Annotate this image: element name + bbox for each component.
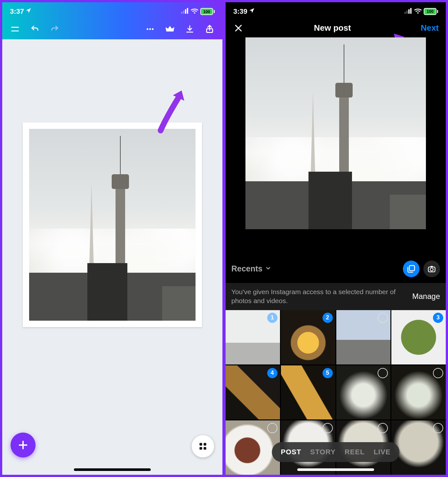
mode-reel[interactable]: REEL	[345, 448, 365, 456]
svg-rect-22	[409, 265, 414, 270]
svg-rect-0	[181, 12, 182, 14]
next-button[interactable]: Next	[421, 23, 439, 33]
svg-rect-12	[200, 443, 202, 446]
camera-button[interactable]	[423, 261, 440, 277]
photo-thumbnail[interactable]: 1	[226, 310, 280, 364]
pages-grid-button[interactable]	[192, 435, 214, 457]
svg-rect-15	[204, 447, 206, 450]
select-multiple-button[interactable]	[403, 261, 420, 277]
svg-rect-1	[183, 11, 184, 14]
selection-badge	[323, 423, 333, 433]
album-dropdown[interactable]: Recents	[231, 264, 271, 273]
svg-rect-19	[410, 8, 412, 14]
selection-badge	[267, 423, 277, 433]
comparison-container: 3:37 100	[0, 0, 448, 477]
selection-badge: 5	[323, 368, 333, 378]
close-button[interactable]	[233, 22, 244, 34]
photo-thumbnail[interactable]: 5	[281, 365, 335, 420]
mode-post[interactable]: POST	[281, 448, 301, 456]
selection-badge: 1	[267, 313, 277, 323]
chevron-down-icon	[265, 264, 271, 273]
selection-badge: 2	[323, 313, 333, 323]
download-button[interactable]	[184, 23, 196, 35]
wifi-icon	[191, 7, 198, 16]
crown-icon[interactable]	[164, 23, 176, 35]
location-icon	[249, 7, 255, 16]
annotation-arrow	[149, 84, 198, 135]
photo-thumbnail[interactable]	[226, 420, 280, 475]
battery-icon: 100	[200, 8, 215, 15]
svg-point-8	[152, 28, 153, 30]
svg-rect-17	[406, 11, 408, 14]
home-indicator	[297, 468, 374, 471]
add-page-button[interactable]	[11, 433, 36, 457]
photo-thumbnail[interactable]	[391, 365, 446, 420]
cellular-icon	[181, 7, 189, 16]
phone-canva: 3:37 100	[1, 1, 223, 476]
photo-thumbnail[interactable]: 4	[226, 365, 280, 420]
photo-thumbnail[interactable]: 3	[391, 310, 446, 364]
photo-thumbnail[interactable]: 2	[281, 310, 335, 364]
location-icon	[25, 7, 32, 16]
share-button[interactable]	[204, 23, 215, 35]
mode-live[interactable]: LIVE	[374, 448, 391, 456]
svg-rect-2	[185, 9, 186, 14]
manage-button[interactable]: Manage	[412, 292, 440, 301]
phone-instagram: 3:39 100 New post	[225, 1, 447, 476]
post-mode-selector[interactable]: POSTSTORYREELLIVE	[272, 442, 399, 462]
album-picker-bar: Recents	[226, 254, 446, 283]
battery-icon: 100	[424, 8, 438, 15]
selection-badge	[378, 368, 388, 378]
svg-point-24	[430, 268, 433, 271]
svg-rect-14	[200, 447, 202, 450]
menu-icon[interactable]	[9, 23, 21, 35]
selection-badge: 4	[267, 368, 277, 378]
canva-toolbar	[2, 19, 222, 39]
selection-badge	[378, 423, 388, 433]
svg-point-6	[147, 28, 148, 30]
new-post-header: New post Next	[226, 19, 446, 37]
canvas-image[interactable]	[29, 129, 196, 321]
status-bar: 3:39 100	[226, 2, 446, 19]
photo-thumbnail[interactable]	[391, 420, 446, 475]
more-icon[interactable]	[144, 23, 156, 35]
photo-thumbnail[interactable]	[336, 365, 391, 420]
limited-access-bar: You've given Instagram access to a selec…	[226, 283, 446, 310]
status-time: 3:39	[233, 7, 247, 16]
status-time: 3:37	[10, 7, 24, 16]
redo-button[interactable]	[49, 23, 60, 35]
undo-button[interactable]	[29, 23, 41, 35]
svg-rect-3	[187, 8, 188, 14]
access-text: You've given Instagram access to a selec…	[231, 287, 408, 306]
svg-rect-16	[404, 12, 406, 14]
selection-badge	[378, 313, 388, 323]
svg-rect-13	[204, 443, 206, 446]
mode-story[interactable]: STORY	[310, 448, 336, 456]
album-label: Recents	[231, 264, 262, 273]
selection-badge	[433, 368, 443, 378]
page-title: New post	[314, 23, 351, 33]
cellular-icon	[404, 7, 412, 16]
home-indicator	[74, 468, 151, 471]
photo-thumbnail[interactable]	[336, 310, 391, 364]
status-bar: 3:37 100	[2, 2, 222, 19]
selection-badge: 3	[433, 313, 443, 323]
canvas-page[interactable]	[23, 122, 202, 327]
selection-badge	[433, 423, 443, 433]
svg-point-7	[149, 28, 151, 30]
canvas-area[interactable]	[2, 39, 222, 475]
photo-preview[interactable]	[226, 37, 446, 254]
wifi-icon	[414, 7, 422, 16]
svg-rect-18	[408, 9, 410, 14]
